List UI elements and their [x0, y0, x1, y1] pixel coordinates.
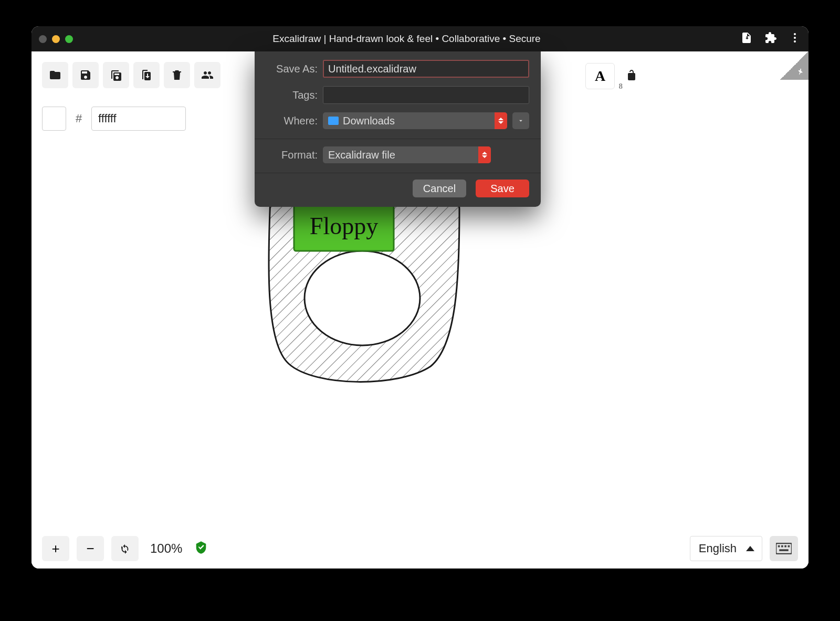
zoom-out-button[interactable]: −: [77, 536, 104, 561]
svg-point-1: [794, 37, 796, 39]
window-titlebar: Excalidraw | Hand-drawn look & feel • Co…: [32, 26, 808, 51]
stepper-icon: [478, 146, 491, 163]
window-zoom-button[interactable]: [65, 35, 73, 43]
dialog-divider-2: [255, 173, 541, 173]
where-select[interactable]: Downloads: [323, 112, 507, 129]
save-as-button[interactable]: [103, 62, 129, 88]
clear-canvas-button[interactable]: [164, 62, 190, 88]
window-close-button[interactable]: [39, 35, 47, 43]
save-as-label: Save As:: [266, 63, 318, 75]
background-color-picker: #: [42, 107, 186, 131]
color-swatch[interactable]: [42, 107, 66, 131]
open-button[interactable]: [42, 62, 68, 88]
svg-point-2: [794, 40, 796, 43]
bottom-toolbar: + − 100% English: [42, 536, 798, 561]
app-content: Floppy A: [32, 51, 808, 569]
pin-icon: [796, 67, 805, 77]
titlebar-actions: [740, 31, 801, 47]
dialog-save-button[interactable]: Save: [476, 180, 529, 197]
svg-rect-8: [781, 545, 783, 548]
reset-zoom-button[interactable]: [111, 536, 139, 561]
lock-toggle[interactable]: [625, 69, 638, 83]
format-select[interactable]: Excalidraw file: [323, 146, 491, 163]
text-tool-button[interactable]: A 8: [585, 63, 615, 89]
save-button[interactable]: [72, 62, 99, 88]
svg-rect-11: [779, 549, 789, 551]
color-hex-input[interactable]: [91, 107, 186, 131]
save-dialog: Save As: Tags: Where: Downloads: [255, 51, 541, 207]
color-hash-label: #: [71, 112, 86, 125]
file-toolbar: [42, 62, 220, 88]
dialog-cancel-button[interactable]: Cancel: [413, 180, 466, 197]
svg-rect-7: [778, 545, 780, 548]
dialog-divider: [255, 139, 541, 139]
svg-rect-10: [788, 545, 790, 548]
svg-rect-9: [784, 545, 786, 548]
text-tool-shortcut-badge: 8: [619, 82, 623, 91]
expand-locations-button[interactable]: [512, 112, 529, 129]
extensions-icon[interactable]: [764, 31, 777, 47]
kebab-menu-icon[interactable]: [789, 31, 801, 47]
svg-point-0: [794, 33, 796, 35]
caret-up-icon: [746, 546, 754, 551]
collaborate-button[interactable]: [194, 62, 220, 88]
github-corner[interactable]: [780, 51, 808, 80]
zoom-in-button[interactable]: +: [42, 536, 69, 561]
save-as-input[interactable]: [323, 60, 529, 78]
app-window: Excalidraw | Hand-drawn look & feel • Co…: [32, 26, 808, 569]
where-label: Where:: [266, 115, 318, 127]
window-title: Excalidraw | Hand-drawn look & feel • Co…: [73, 33, 740, 45]
where-value: Downloads: [343, 115, 395, 127]
drawing-sticky-text: Floppy: [310, 213, 378, 239]
language-value: English: [699, 542, 737, 555]
encryption-shield-icon[interactable]: [194, 540, 208, 557]
stepper-icon: [495, 112, 507, 129]
text-tool-label: A: [595, 68, 605, 85]
svg-rect-6: [776, 543, 792, 554]
install-app-icon[interactable]: [740, 31, 753, 47]
tags-label: Tags:: [266, 89, 318, 101]
window-minimize-button[interactable]: [52, 35, 60, 43]
shape-toolbar-right: A 8: [585, 63, 638, 89]
folder-icon: [328, 117, 339, 125]
traffic-lights: [39, 35, 73, 43]
format-value: Excalidraw file: [328, 149, 395, 161]
tags-input[interactable]: [323, 86, 529, 104]
export-button[interactable]: [133, 62, 160, 88]
format-label: Format:: [266, 149, 318, 161]
zoom-level: 100%: [146, 541, 186, 556]
keyboard-shortcuts-button[interactable]: [770, 536, 798, 561]
language-select[interactable]: English: [690, 536, 762, 561]
